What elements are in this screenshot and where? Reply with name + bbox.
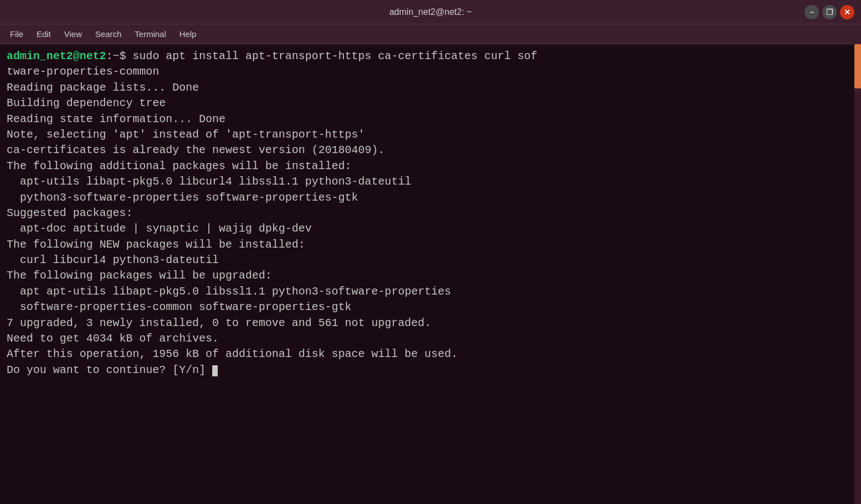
menu-help[interactable]: Help (174, 27, 202, 41)
prompt-user: admin_net2@net2 (7, 50, 106, 62)
prompt-path: :~$ (106, 50, 126, 62)
command-text: sudo apt install apt-transport-https ca-… (7, 50, 537, 376)
cursor (212, 365, 218, 376)
menu-search[interactable]: Search (90, 27, 127, 41)
menu-view[interactable]: View (59, 27, 87, 41)
scrollbar-thumb[interactable] (854, 44, 861, 88)
close-button[interactable]: ✕ (840, 5, 854, 19)
title-bar: admin_net2@net2: ~ − ❐ ✕ (0, 0, 861, 24)
minimize-button[interactable]: − (805, 5, 819, 19)
terminal-window: admin_net2@net2: ~ − ❐ ✕ File Edit View … (0, 0, 861, 504)
terminal-body[interactable]: admin_net2@net2:~$ sudo apt install apt-… (0, 44, 861, 504)
terminal-output: admin_net2@net2:~$ sudo apt install apt-… (7, 49, 854, 378)
menu-edit[interactable]: Edit (31, 27, 56, 41)
maximize-button[interactable]: ❐ (822, 5, 837, 19)
scrollbar[interactable] (854, 44, 861, 504)
menu-bar: File Edit View Search Terminal Help (0, 24, 861, 44)
menu-terminal[interactable]: Terminal (129, 27, 172, 41)
window-controls: − ❐ ✕ (805, 5, 854, 19)
menu-file[interactable]: File (4, 27, 29, 41)
window-title: admin_net2@net2: ~ (389, 7, 471, 17)
